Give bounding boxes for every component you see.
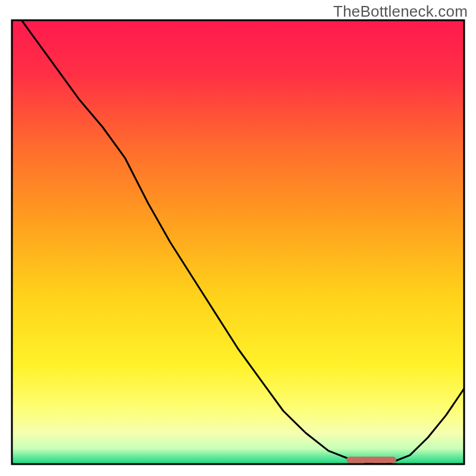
- watermark-text: TheBottleneck.com: [333, 2, 468, 21]
- gradient-background: [12, 20, 464, 464]
- bottleneck-chart: [0, 0, 476, 476]
- sweet-spot-marker: [346, 457, 396, 463]
